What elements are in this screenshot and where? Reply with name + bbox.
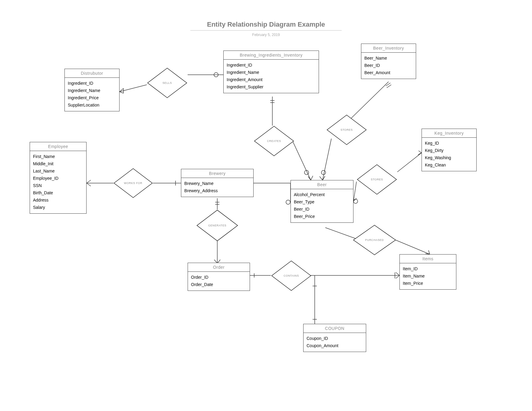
diagram-date: February 5, 2019: [252, 33, 280, 37]
attr: Keg_Clean: [425, 161, 473, 169]
attr: Item_Name: [403, 272, 453, 280]
attr: Beer_Name: [364, 54, 413, 62]
svg-point-26: [353, 199, 358, 203]
svg-line-28: [353, 198, 356, 201]
attr: Ingredient_Amount: [227, 76, 316, 83]
diamond-label: WORKS FOR: [124, 182, 143, 185]
svg-line-21: [397, 153, 422, 172]
attr: Ingredient_ID: [227, 61, 316, 69]
svg-line-53: [393, 239, 430, 254]
attr: First_Name: [33, 153, 83, 160]
rel-contains: CONTAINS: [271, 260, 312, 291]
svg-point-39: [286, 200, 290, 204]
svg-line-11: [308, 176, 311, 180]
svg-line-1: [120, 88, 123, 92]
attr: Beer_ID: [364, 62, 413, 69]
rel-creates: CREATES: [254, 126, 294, 156]
attr: Employee_ID: [33, 175, 83, 182]
attr: Keg_ID: [425, 140, 473, 147]
attr: Order_ID: [191, 274, 247, 281]
svg-point-13: [304, 170, 309, 175]
svg-line-31: [87, 183, 91, 186]
svg-line-50: [396, 275, 399, 278]
attr: Beer_ID: [294, 206, 350, 213]
diagram-title: Entity Relationship Diagram Example: [190, 21, 342, 31]
attr: Salary: [33, 204, 83, 211]
entity-coupon: COUPON Coupon_ID Coupon_Amount: [303, 324, 366, 352]
svg-line-55: [429, 250, 430, 254]
entity-brewery: Brewery Brewery_Name Brewery_Address: [181, 169, 254, 197]
diamond-label: CREATES: [267, 140, 281, 143]
attr: Item_Price: [403, 280, 453, 287]
attr: Ingredient_ID: [68, 80, 116, 87]
rel-purchased: PURCHASED: [353, 225, 396, 255]
attr: Beer_Price: [294, 213, 350, 220]
attr: Last_Name: [33, 167, 83, 175]
entity-header: Beer_Inventory: [361, 44, 416, 53]
attr: Ingredient_Name: [68, 87, 116, 94]
entity-header: Brewery: [181, 169, 253, 178]
rel-stores-2: STORES: [356, 164, 397, 195]
attr: Middle_Init: [33, 160, 83, 167]
attr: Ingredient_Price: [68, 94, 116, 101]
diamond-label: STORES: [371, 178, 383, 181]
svg-line-0: [120, 85, 147, 92]
entity-beer-inventory: Beer_Inventory Beer_Name Beer_ID Beer_Am…: [361, 44, 416, 79]
entity-header: Distrubutor: [65, 69, 119, 78]
svg-point-20: [321, 170, 326, 175]
attr: Brewery_Address: [184, 187, 250, 194]
attr: Beer_Type: [294, 198, 350, 206]
svg-line-25: [353, 182, 356, 201]
svg-line-16: [387, 85, 391, 88]
entity-header: Employee: [30, 142, 86, 151]
entity-items: Items Item_ID Item_Name Item_Price: [399, 254, 456, 290]
attr: Brewery_Name: [184, 180, 250, 187]
entity-header: COUPON: [304, 324, 366, 333]
svg-line-15: [386, 83, 390, 86]
attr: SSN: [33, 182, 83, 189]
entity-beer: Beer Alcohol_Percent Beer_Type Beer_ID B…: [291, 180, 353, 223]
attr: SupplierLocation: [68, 101, 116, 109]
svg-line-49: [396, 272, 399, 275]
attr: Beer_Amount: [364, 69, 413, 76]
rel-works-for: WORKS FOR: [113, 168, 153, 198]
diamond-label: SELLS: [163, 81, 172, 84]
attr: Keg_Dirty: [425, 147, 473, 154]
entity-header: Beer: [291, 180, 353, 189]
diamond-label: STORES: [340, 128, 353, 131]
diamond-label: PURCHASED: [365, 238, 384, 242]
entity-distributor: Distrubutor Ingredient_ID Ingredient_Nam…: [64, 69, 120, 111]
svg-line-22: [419, 151, 422, 153]
attr: Coupon_ID: [307, 335, 363, 342]
diamond-label: CONTAINS: [284, 274, 299, 277]
diamond-label: GENERATES: [208, 224, 226, 227]
svg-line-14: [350, 82, 389, 120]
rel-generates: GENERATES: [196, 209, 238, 242]
attr: Order_Date: [191, 281, 247, 288]
svg-line-12: [311, 176, 313, 180]
entity-keg-inventory: Keg_Inventory Keg_ID Keg_Dirty Keg_Washi…: [422, 129, 477, 171]
svg-line-2: [120, 92, 123, 93]
svg-line-18: [320, 176, 323, 180]
attr: Keg_Washing: [425, 154, 473, 161]
entity-header: Items: [400, 255, 456, 263]
rel-stores-1: STORES: [326, 114, 367, 145]
entity-header: Order: [188, 263, 250, 272]
svg-line-19: [323, 176, 325, 180]
attr: Ingredient_Name: [227, 69, 316, 76]
attr: Item_ID: [403, 265, 453, 272]
svg-line-10: [292, 140, 311, 180]
attr: Birth_Date: [33, 189, 83, 196]
svg-line-30: [87, 180, 91, 183]
entity-header: Brewing_Ingredients_Inventory: [224, 51, 319, 60]
entity-employee: Employee First_Name Middle_Init Last_Nam…: [30, 142, 87, 214]
rel-sells: SELLS: [147, 67, 188, 98]
entity-brewing-ingredients-inventory: Brewing_Ingredients_Inventory Ingredient…: [223, 51, 319, 93]
attr: Alcohol_Percent: [294, 191, 350, 198]
attr: Coupon_Amount: [307, 342, 363, 349]
svg-point-5: [214, 73, 218, 77]
entity-order: Order Order_ID Order_Date: [188, 263, 250, 291]
attr: Ingredient_Supplier: [227, 83, 316, 90]
attr: Address: [33, 196, 83, 204]
entity-header: Keg_Inventory: [422, 129, 476, 138]
